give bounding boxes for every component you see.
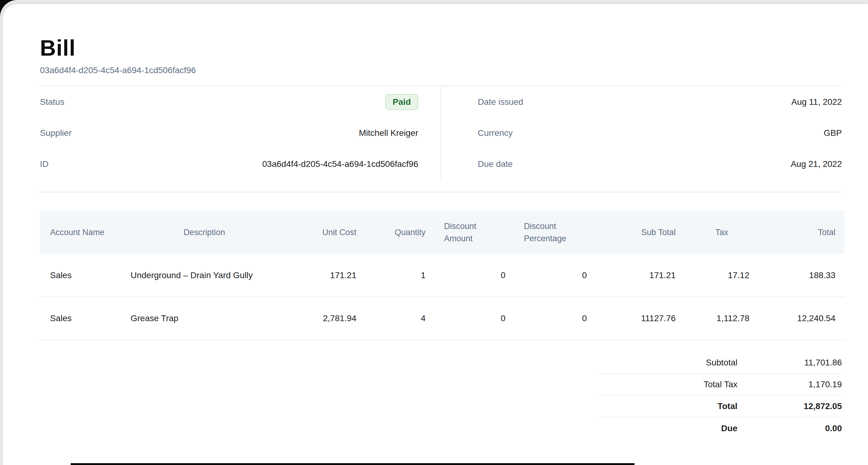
cell-account: Sales: [40, 254, 121, 297]
detail-row-status: Status Paid: [40, 86, 418, 117]
details-divider: [40, 192, 842, 192]
detail-row-due-date: Due date Aug 21, 2022: [478, 149, 842, 180]
due-value: 0.00: [737, 424, 842, 433]
cell-total: 12,240.54: [758, 297, 845, 340]
bill-details: Status Paid Supplier Mitchell Kreiger ID…: [40, 86, 842, 180]
status-label: Status: [40, 97, 64, 107]
date-issued-label: Date issued: [478, 97, 523, 107]
cell-discount-percentage: 0: [515, 254, 596, 297]
cell-tax: 17.12: [685, 254, 758, 297]
table-header-row: Account Name Description Unit Cost Quant…: [40, 211, 845, 254]
line-item-row: Sales Underground – Drain Yard Gully 171…: [40, 254, 845, 297]
supplier-value: Mitchell Kreiger: [359, 128, 418, 138]
due-label: Due: [599, 424, 737, 433]
bill-id-subtitle: 03a6d4f4-d205-4c54-a694-1cd506facf96: [40, 64, 842, 76]
cell-sub-total: 11127.76: [596, 297, 685, 340]
cell-quantity: 1: [366, 254, 435, 297]
total-tax-value: 1,170.19: [737, 379, 842, 390]
col-header-sub-total: Sub Total: [596, 211, 685, 254]
total-label: Total: [599, 401, 737, 411]
cell-total: 188.33: [758, 254, 845, 297]
status-badge: Paid: [385, 94, 418, 110]
col-header-discount-percentage: Discount Percentage: [515, 211, 596, 254]
detail-row-currency: Currency GBP: [478, 117, 842, 149]
detail-row-supplier: Supplier Mitchell Kreiger: [40, 117, 418, 149]
details-left-column: Status Paid Supplier Mitchell Kreiger ID…: [40, 86, 441, 180]
totals-row-total: Total 12,872.05: [599, 396, 842, 417]
cell-unit-cost: 2,781.94: [287, 297, 366, 340]
screen-bottom-edge: [71, 463, 634, 465]
subtotal-value: 11,701.86: [737, 358, 842, 368]
cell-description: Underground – Drain Yard Gully: [121, 254, 287, 297]
total-tax-label: Total Tax: [599, 379, 737, 390]
due-date-label: Due date: [478, 159, 513, 169]
cell-sub-total: 171.21: [596, 254, 685, 297]
bill-page-card: Bill 03a6d4f4-d205-4c54-a694-1cd506facf9…: [3, 4, 868, 465]
supplier-label: Supplier: [40, 128, 71, 138]
col-header-tax: Tax: [685, 211, 758, 254]
line-item-row: Sales Grease Trap 2,781.94 4 0 0 11127.7…: [40, 297, 845, 340]
id-value: 03a6d4f4-d205-4c54-a694-1cd506facf96: [262, 159, 418, 169]
col-header-description: Description: [121, 211, 287, 254]
totals-row-subtotal: Subtotal 11,701.86: [599, 352, 842, 374]
cell-unit-cost: 171.21: [287, 254, 366, 297]
currency-label: Currency: [478, 128, 513, 138]
page-title: Bill: [40, 37, 842, 59]
detail-row-id: ID 03a6d4f4-d205-4c54-a694-1cd506facf96: [40, 149, 418, 180]
date-issued-value: Aug 11, 2022: [791, 97, 842, 107]
col-header-discount-amount: Discount Amount: [435, 211, 515, 254]
currency-value: GBP: [824, 128, 842, 138]
col-header-total: Total: [758, 211, 845, 254]
subtotal-label: Subtotal: [599, 358, 737, 368]
cell-account: Sales: [40, 297, 121, 340]
cell-quantity: 4: [366, 297, 435, 340]
bill-content: Bill 03a6d4f4-d205-4c54-a694-1cd506facf9…: [3, 37, 868, 439]
total-value: 12,872.05: [737, 401, 842, 411]
due-date-value: Aug 21, 2022: [790, 159, 842, 169]
cell-discount-amount: 0: [435, 297, 515, 340]
cell-tax: 1,112.78: [685, 297, 758, 340]
col-header-unit-cost: Unit Cost: [287, 211, 366, 254]
cell-discount-amount: 0: [435, 254, 515, 297]
line-items-table: Account Name Description Unit Cost Quant…: [40, 211, 845, 340]
id-label: ID: [40, 159, 49, 169]
cell-discount-percentage: 0: [515, 297, 596, 340]
detail-row-date-issued: Date issued Aug 11, 2022: [478, 86, 842, 117]
details-right-column: Date issued Aug 11, 2022 Currency GBP Du…: [441, 86, 842, 180]
col-header-quantity: Quantity: [366, 211, 435, 254]
totals-summary: Subtotal 11,701.86 Total Tax 1,170.19 To…: [599, 352, 842, 439]
totals-row-total-tax: Total Tax 1,170.19: [599, 374, 842, 396]
col-header-account-name: Account Name: [40, 211, 121, 254]
cell-description: Grease Trap: [121, 297, 287, 340]
totals-row-due: Due 0.00: [599, 417, 842, 439]
